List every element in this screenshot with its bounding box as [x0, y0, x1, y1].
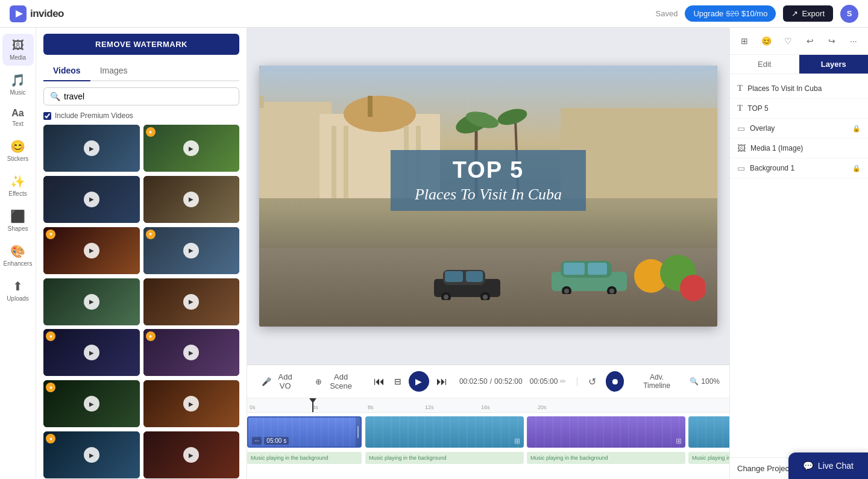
skip-back-button[interactable]: ⏮: [371, 373, 387, 390]
tab-videos[interactable]: Videos: [43, 61, 90, 81]
play-button-2[interactable]: ▶: [183, 140, 199, 156]
video-thumb-2[interactable]: ★ ▶: [143, 125, 240, 172]
play-button-5[interactable]: ▶: [84, 243, 99, 258]
tab-images[interactable]: Images: [90, 61, 137, 81]
play-button-7[interactable]: ▶: [84, 294, 99, 310]
video-canvas[interactable]: TOP 5 Places To Visit In Cuba: [259, 66, 717, 327]
layer-name-overlay: Overlay: [750, 124, 848, 133]
clip-1[interactable]: ··· 05:00 s: [247, 416, 362, 448]
clip-1-resize[interactable]: [356, 418, 360, 446]
timeline-area: 🎤 Add VO ⊕ Add Scene ⏮ ⊟ ▶ ⏭ 00:02:50 / …: [247, 365, 729, 479]
premium-checkbox[interactable]: [43, 112, 51, 120]
layer-places-title[interactable]: T Places To Visit In Cuba: [730, 79, 868, 99]
add-vo-button[interactable]: 🎤 Add VO: [257, 370, 301, 393]
timeline-controls: 🎤 Add VO ⊕ Add Scene ⏮ ⊟ ▶ ⏭ 00:02:50 / …: [247, 365, 729, 398]
title-overlay: TOP 5 Places To Visit In Cuba: [391, 150, 586, 211]
main-content: 🖼 Media 🎵 Music Aa Text 😊 Stickers ✨ Eff…: [0, 28, 868, 479]
live-chat-button[interactable]: 💬 Live Chat: [788, 452, 868, 479]
play-button-8[interactable]: ▶: [183, 294, 199, 310]
video-thumb-6[interactable]: ★ ▶: [143, 227, 240, 274]
timeline-tracks[interactable]: ··· 05:00 s ⊞: [247, 413, 729, 473]
play-button-12[interactable]: ▶: [183, 396, 199, 412]
redo-button[interactable]: ↪: [823, 33, 840, 49]
play-button-11[interactable]: ▶: [84, 396, 99, 412]
skip-forward-button[interactable]: ⏭: [434, 373, 450, 390]
layers-list: T Places To Visit In Cuba T TOP 5 ▭ Over…: [730, 74, 868, 457]
video-thumb-1[interactable]: ▶: [43, 125, 140, 172]
heart-button[interactable]: ♡: [779, 33, 796, 49]
video-thumb-11[interactable]: ★ ▶: [43, 380, 140, 427]
sidebar-item-music[interactable]: 🎵 Music: [2, 68, 34, 101]
sidebar-item-text[interactable]: Aa Text: [2, 103, 34, 132]
adv-timeline-button[interactable]: Adv. Timeline: [634, 371, 680, 392]
tab-layers[interactable]: Layers: [799, 55, 869, 74]
premium-badge-6: ★: [146, 230, 156, 239]
canvas-area: TOP 5 Places To Visit In Cuba 🎤 Add VO ⊕…: [247, 28, 729, 479]
play-button-4[interactable]: ▶: [183, 192, 199, 207]
logo-text: invideo: [30, 8, 64, 20]
play-button-3[interactable]: ▶: [84, 192, 99, 207]
clip-1-info: ··· 05:00 s: [252, 437, 289, 445]
play-button-10[interactable]: ▶: [183, 345, 199, 360]
layer-media1[interactable]: 🖼 Media 1 (Image): [730, 139, 868, 158]
video-track: ··· 05:00 s ⊞: [247, 416, 729, 449]
grid-view-button[interactable]: ⊞: [736, 33, 753, 49]
user-avatar[interactable]: S: [840, 5, 858, 23]
sidebar-item-effects[interactable]: ✨ Effects: [2, 169, 34, 202]
upgrade-button[interactable]: Upgrade $20 $10/mo: [685, 5, 776, 22]
loop-icon[interactable]: ↺: [588, 376, 596, 387]
premium-checkbox-label: Include Premium Videos: [55, 111, 133, 120]
clip-3-resize-btn[interactable]: ⊞: [676, 435, 682, 446]
upgrade-label: Upgrade: [693, 9, 723, 18]
layer-background1[interactable]: ▭ Background 1 🔒: [730, 158, 868, 178]
video-thumb-7[interactable]: ▶: [43, 278, 140, 325]
video-thumb-8[interactable]: ▶: [143, 278, 240, 325]
frame-back-button[interactable]: ⊟: [392, 374, 404, 389]
shapes-icon: ⬛: [10, 209, 25, 224]
ruler-mark-8s: 8s: [368, 404, 374, 410]
sidebar-item-media[interactable]: 🖼 Media: [2, 34, 34, 66]
clip-2[interactable]: ⊞: [365, 416, 524, 448]
clip-3[interactable]: ⊞: [527, 416, 685, 448]
sidebar-item-uploads[interactable]: ⬆ Uploads: [2, 274, 34, 307]
play-button-6[interactable]: ▶: [183, 243, 199, 258]
car-dark: [428, 264, 506, 302]
tab-edit[interactable]: Edit: [730, 55, 799, 74]
premium-badge-10: ★: [146, 331, 156, 341]
clip-2-resize-btn[interactable]: ⊞: [514, 435, 520, 446]
layer-overlay[interactable]: ▭ Overlay 🔒: [730, 119, 868, 139]
navbar-left: invideo: [10, 5, 64, 22]
video-thumb-9[interactable]: ★ ▶: [43, 329, 140, 376]
video-thumb-14[interactable]: ▶: [143, 431, 240, 478]
video-thumb-12[interactable]: ▶: [143, 380, 240, 427]
play-button-13[interactable]: ▶: [84, 447, 99, 463]
record-button[interactable]: ⏺: [606, 371, 624, 392]
video-thumb-13[interactable]: ★ ▶: [43, 431, 140, 478]
video-thumb-5[interactable]: ★ ▶: [43, 227, 140, 274]
search-input[interactable]: [64, 92, 233, 101]
more-button[interactable]: ···: [845, 33, 862, 49]
play-button-9[interactable]: ▶: [84, 345, 99, 360]
emoji-button[interactable]: 😊: [758, 33, 775, 49]
video-thumb-4[interactable]: ▶: [143, 176, 240, 223]
play-button-14[interactable]: ▶: [183, 447, 199, 463]
sidebar-item-enhancers[interactable]: 🎨 Enhancers: [2, 239, 34, 272]
music-label-1: Music playing in the background: [251, 455, 329, 461]
remove-watermark-button[interactable]: REMOVE WATERMARK: [43, 34, 239, 55]
video-thumb-10[interactable]: ★ ▶: [143, 329, 240, 376]
edit-time-icon[interactable]: ✏: [560, 377, 566, 386]
video-thumb-3[interactable]: ▶: [43, 176, 140, 223]
music-3: Music playing in the background: [527, 452, 685, 464]
add-scene-button[interactable]: ⊕ Add Scene: [310, 370, 362, 393]
play-button-1[interactable]: ▶: [84, 140, 99, 156]
layer-name-top5: TOP 5: [747, 104, 861, 113]
sidebar-label-shapes: Shapes: [8, 225, 28, 232]
svg-point-35: [680, 275, 705, 301]
clip-4[interactable]: ⊞: [688, 416, 729, 448]
sidebar-item-stickers[interactable]: 😊 Stickers: [2, 134, 34, 167]
export-button[interactable]: ↗ Export: [783, 5, 833, 22]
play-pause-button[interactable]: ▶: [409, 371, 429, 392]
sidebar-item-shapes[interactable]: ⬛ Shapes: [2, 204, 34, 237]
undo-button[interactable]: ↩: [802, 33, 819, 49]
layer-top5[interactable]: T TOP 5: [730, 99, 868, 119]
